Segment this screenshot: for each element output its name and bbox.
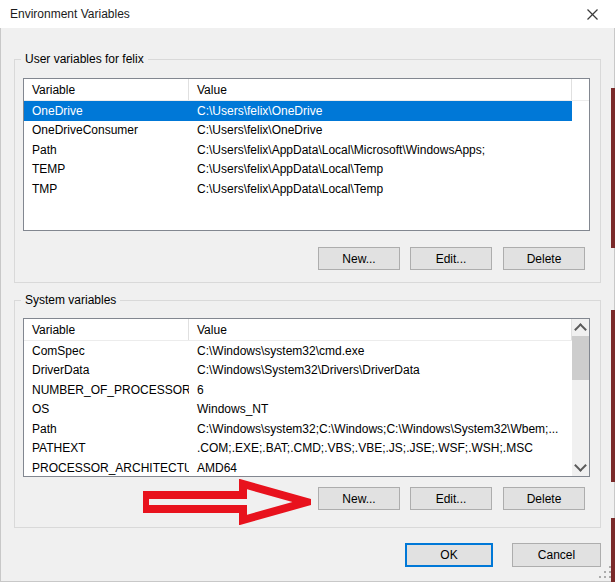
close-button[interactable] (576, 3, 608, 25)
system-variables-rows: ComSpec C:\Windows\system32\cmd.exe Driv… (24, 341, 572, 478)
window-title: Environment Variables (10, 7, 130, 21)
variable-value-cell: C:\Users\felix\AppData\Local\Temp (189, 162, 572, 176)
variable-value-cell: Windows_NT (189, 402, 572, 416)
variable-name-cell: TEMP (24, 162, 189, 176)
column-header-variable[interactable]: Variable (24, 319, 189, 340)
table-row[interactable]: NUMBER_OF_PROCESSORS 6 (24, 380, 572, 400)
table-row[interactable]: Path C:\Users\felix\AppData\Local\Micros… (24, 140, 572, 160)
table-row[interactable]: DriverData C:\Windows\System32\Drivers\D… (24, 361, 572, 381)
variable-value-cell: C:\Users\felix\AppData\Local\Microsoft\W… (189, 143, 572, 157)
table-row[interactable]: ComSpec C:\Windows\system32\cmd.exe (24, 341, 572, 361)
table-row[interactable]: PATHEXT .COM;.EXE;.BAT;.CMD;.VBS;.VBE;.J… (24, 439, 572, 459)
column-header-value[interactable]: Value (189, 319, 572, 340)
scroll-up-button[interactable] (572, 319, 589, 336)
variable-name-cell: TMP (24, 182, 189, 196)
variable-value-cell: .COM;.EXE;.BAT;.CMD;.VBS;.VBE;.JS;.JSE;.… (189, 441, 572, 455)
variable-name-cell: PATHEXT (24, 441, 189, 455)
variable-name-cell: ComSpec (24, 344, 189, 358)
screenshot-edge-artifact (611, 518, 615, 582)
variable-value-cell: AMD64 (189, 461, 572, 475)
title-bar[interactable]: Environment Variables (0, 0, 615, 28)
column-header-value[interactable]: Value (189, 79, 572, 100)
chevron-up-icon (574, 323, 587, 336)
vertical-scrollbar[interactable] (572, 319, 589, 476)
variable-name-cell: NUMBER_OF_PROCESSORS (24, 383, 189, 397)
table-header: Variable Value (24, 319, 589, 341)
system-new-button[interactable]: New... (318, 487, 400, 510)
variable-value-cell: C:\Users\felix\OneDrive (189, 123, 572, 137)
variable-value-cell: C:\Users\felix\AppData\Local\Temp (189, 182, 572, 196)
table-row[interactable]: OS Windows_NT (24, 400, 572, 420)
variable-name-cell: Path (24, 143, 189, 157)
scrollbar-thumb[interactable] (572, 336, 589, 380)
ok-button[interactable]: OK (405, 543, 493, 567)
variable-name-cell: OS (24, 402, 189, 416)
variable-value-cell: C:\Windows\System32\Drivers\DriverData (189, 363, 572, 377)
screenshot-edge-artifact (611, 88, 615, 248)
system-variables-group-label: System variables (21, 293, 120, 307)
variable-value-cell: C:\Users\felix\OneDrive (189, 104, 572, 118)
variable-name-cell: PROCESSOR_ARCHITECTURE (24, 461, 189, 475)
variable-value-cell: C:\Windows\system32;C:\Windows;C:\Window… (189, 422, 572, 436)
variable-name-cell: OneDriveConsumer (24, 123, 189, 137)
user-variables-group-label: User variables for felix (21, 52, 148, 66)
variable-name-cell: Path (24, 422, 189, 436)
variable-value-cell: 6 (189, 383, 572, 397)
user-delete-button[interactable]: Delete (503, 247, 585, 270)
table-header: Variable Value (24, 79, 589, 101)
variable-name-cell: OneDrive (24, 104, 189, 118)
system-edit-button[interactable]: Edit... (410, 487, 492, 510)
table-row[interactable]: TEMP C:\Users\felix\AppData\Local\Temp (24, 160, 572, 180)
close-icon (587, 9, 598, 20)
user-variables-rows: OneDrive C:\Users\felix\OneDrive OneDriv… (24, 101, 589, 199)
user-edit-button[interactable]: Edit... (410, 247, 492, 270)
system-variables-table[interactable]: Variable Value ComSpec C:\Windows\system… (23, 318, 590, 477)
scroll-down-button[interactable] (572, 459, 589, 476)
table-row[interactable]: OneDriveConsumer C:\Users\felix\OneDrive (24, 121, 572, 141)
table-row[interactable]: TMP C:\Users\felix\AppData\Local\Temp (24, 179, 572, 199)
table-row[interactable]: OneDrive C:\Users\felix\OneDrive (24, 101, 572, 121)
variable-name-cell: DriverData (24, 363, 189, 377)
table-row[interactable]: PROCESSOR_ARCHITECTURE AMD64 (24, 458, 572, 478)
user-new-button[interactable]: New... (318, 247, 400, 270)
table-row[interactable]: Path C:\Windows\system32;C:\Windows;C:\W… (24, 419, 572, 439)
chevron-down-icon (574, 459, 587, 472)
cancel-button[interactable]: Cancel (512, 543, 601, 567)
system-delete-button[interactable]: Delete (503, 487, 585, 510)
user-variables-table[interactable]: Variable Value OneDrive C:\Users\felix\O… (23, 78, 590, 231)
column-header-variable[interactable]: Variable (24, 79, 189, 100)
variable-value-cell: C:\Windows\system32\cmd.exe (189, 344, 572, 358)
screenshot-edge-artifact (611, 310, 615, 482)
